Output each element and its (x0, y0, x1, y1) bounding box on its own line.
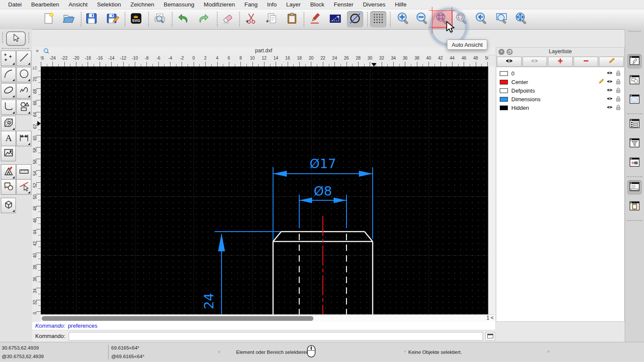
tool-hatch[interactable] (1, 116, 16, 131)
zoom-window-button[interactable] (493, 11, 510, 27)
horizontal-scrollbar[interactable] (41, 314, 480, 322)
layer-visible-eye-icon[interactable] (606, 104, 613, 112)
qcad-window: DateiBearbeitenAnsichtSelektionZeichnenB… (0, 0, 644, 362)
zoom-in-button[interactable] (395, 11, 411, 27)
pointer-tool-button[interactable] (6, 31, 26, 46)
menu-modifizieren[interactable]: Modifizieren (199, 1, 240, 8)
block-list-panel-button[interactable] (627, 73, 642, 88)
layer-lock-icon[interactable] (615, 70, 622, 77)
command-input[interactable] (69, 332, 483, 341)
zoom-previous-button[interactable] (473, 11, 489, 27)
layer-color-swatch[interactable] (500, 88, 508, 93)
zoom-selection-button[interactable] (453, 11, 470, 27)
edit-layer-button[interactable] (599, 57, 624, 67)
ortho-button[interactable] (327, 11, 343, 27)
copy-button[interactable] (264, 11, 280, 27)
menu-hilfe[interactable]: Hilfe (390, 1, 411, 8)
layer-visible-eye-icon[interactable] (606, 87, 613, 94)
menu-block[interactable]: Block (305, 1, 329, 8)
add-layer-button[interactable] (548, 57, 573, 67)
linetype-button[interactable] (347, 11, 363, 27)
tool-points[interactable] (1, 51, 16, 66)
zoom-auto-button[interactable] (434, 11, 450, 27)
tool-text[interactable]: A (1, 131, 16, 146)
layer-lock-icon[interactable] (615, 78, 622, 86)
zoom-out-button[interactable] (414, 11, 430, 27)
menu-fenster[interactable]: Fenster (329, 1, 358, 8)
layer-lock-icon[interactable] (615, 104, 622, 112)
tool-image[interactable] (1, 146, 16, 161)
save-button[interactable] (83, 11, 100, 27)
menu-datei[interactable]: Datei (3, 1, 27, 8)
tool-select-lines[interactable] (16, 179, 31, 195)
redo-button[interactable] (195, 11, 212, 27)
menu-diverses[interactable]: Diverses (358, 1, 390, 8)
tool-measure[interactable] (16, 164, 31, 180)
vertical-scrollbar[interactable] (488, 66, 495, 314)
command-detach-button[interactable] (486, 332, 495, 341)
folder-open-button[interactable] (61, 11, 77, 27)
layer-visible-eye-icon[interactable] (606, 78, 613, 86)
layer-row-dimensions[interactable]: Dimensions (496, 95, 624, 103)
layer-color-swatch[interactable] (500, 80, 508, 84)
pencil-button[interactable] (307, 11, 323, 27)
tool-shapes[interactable] (16, 100, 31, 115)
menu-zeichnen[interactable]: Zeichnen (126, 1, 159, 8)
print-preview-button[interactable] (152, 11, 168, 27)
scrollbar-thumb[interactable] (42, 316, 313, 321)
tool-line[interactable] (16, 51, 31, 66)
layer-list-panel-button[interactable] (627, 54, 642, 69)
cut-button[interactable] (243, 11, 259, 27)
layer-row-0[interactable]: 0 (496, 69, 624, 78)
remove-layer-button[interactable] (574, 57, 598, 67)
selection-filter-panel-button[interactable] (627, 136, 642, 151)
menu-fang[interactable]: Fang (240, 1, 262, 8)
svg-export-button[interactable]: SVG (128, 11, 144, 27)
property-editor-panel-button[interactable] (627, 117, 642, 132)
command-line-panel-button[interactable] (627, 180, 642, 195)
tool-modify[interactable] (1, 164, 16, 180)
menu-bemassung[interactable]: Bemassung (159, 1, 199, 8)
menu-bearbeiten[interactable]: Bearbeiten (27, 1, 64, 8)
library-browser-panel-button[interactable] (627, 93, 642, 107)
layer-visible-eye-icon[interactable] (606, 96, 613, 103)
tool-arc[interactable] (1, 67, 16, 82)
drawing-canvas[interactable]: Ø17Ø824 (41, 66, 488, 314)
layer-visible-eye-icon[interactable] (606, 70, 613, 77)
save-as-button[interactable] (104, 11, 121, 27)
layer-row-hidden[interactable]: Hidden (496, 103, 624, 112)
dock-handle[interactable] (2, 33, 3, 43)
undo-button[interactable] (175, 11, 191, 27)
tool-dimension[interactable] (16, 131, 31, 146)
layer-panel-title: Layerliste (496, 48, 624, 54)
layer-color-swatch[interactable] (500, 106, 508, 110)
eraser-button[interactable] (219, 11, 236, 27)
layer-lock-icon[interactable] (615, 87, 622, 94)
tool-spline[interactable] (16, 83, 31, 99)
menu-selektion[interactable]: Selektion (92, 1, 126, 8)
h-ruler-label: 28 (356, 56, 361, 60)
layer-lock-icon[interactable] (615, 96, 622, 103)
tool-polyline[interactable] (1, 100, 16, 115)
tool-circle[interactable] (16, 67, 31, 82)
layer-color-swatch[interactable] (500, 97, 508, 102)
grid-button[interactable] (370, 11, 386, 27)
file-new-button[interactable] (40, 11, 57, 27)
tool-viewport-3d[interactable] (1, 198, 16, 213)
clipboard-panel-button[interactable] (627, 199, 642, 214)
menu-ansicht[interactable]: Ansicht (64, 1, 92, 8)
hide-all-layers-button[interactable] (522, 57, 547, 67)
layer-row-defpoints[interactable]: Defpoints (496, 86, 624, 95)
layer-color-swatch[interactable] (500, 71, 508, 76)
dock-handle[interactable] (28, 33, 29, 43)
command-widget-panel-button[interactable] (627, 156, 642, 170)
paste-button[interactable] (284, 11, 300, 27)
dock-handle[interactable] (629, 31, 641, 32)
tool-blocks[interactable] (1, 179, 16, 195)
show-all-layers-button[interactable] (497, 57, 522, 67)
menu-info[interactable]: Info (262, 1, 282, 8)
pan-button[interactable] (513, 11, 529, 27)
tool-ellipse[interactable] (1, 83, 16, 99)
layer-row-center[interactable]: Center (496, 78, 624, 86)
menu-layer[interactable]: Layer (282, 1, 306, 8)
